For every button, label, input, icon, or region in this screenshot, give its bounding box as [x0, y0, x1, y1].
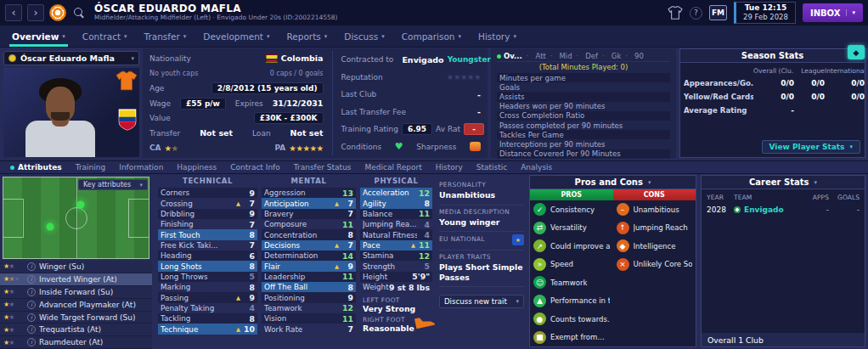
inbox-button[interactable]: INBOX ▾ [803, 3, 863, 22]
tab-label: History [436, 163, 463, 172]
stat-label: Tackles Per Game [499, 131, 564, 139]
pros-cons-title[interactable]: Pros and Cons ▾ [530, 176, 696, 189]
training-icon: ▲ [533, 295, 546, 307]
club-crest-icon[interactable] [49, 4, 66, 21]
minutes-tab-90[interactable]: 90 [621, 52, 644, 60]
contracted-club[interactable]: Envigado [402, 55, 443, 65]
role-advanced-playmaker-at[interactable]: ★★iAdvanced Playmaker (At) [0, 299, 152, 312]
team-kit-icon[interactable] [116, 70, 138, 91]
pro-item-counts-towards[interactable]: ●Counts towards... [530, 310, 613, 329]
pro-item-consistency[interactable]: ✓Consistency [530, 200, 613, 219]
main-tab-development[interactable]: Development▾ [194, 25, 278, 47]
tab-label: History [478, 31, 510, 42]
minutes-list: Minutes per gameGoalsAssistsHeaders won … [497, 73, 670, 159]
wage-value[interactable]: £55 p/w [180, 98, 226, 110]
main-tab-contract[interactable]: Contract▾ [74, 25, 136, 47]
pro-item-speed[interactable]: »Speed [530, 256, 613, 274]
con-item-unlikely-core-social[interactable]: ×Unlikely Core Social... [613, 256, 696, 274]
attribute-name: Balance [363, 210, 417, 218]
attribute-name: Free Kick Taki... [161, 241, 242, 250]
loan-status-value[interactable]: Not set [290, 128, 324, 138]
career-team[interactable]: Envigado [734, 205, 805, 214]
main-tab-history[interactable]: History▾ [470, 25, 525, 47]
discuss-new-trait-dropdown[interactable]: Discuss new trait ▾ [439, 295, 524, 308]
attr-agility: Agility8 [360, 198, 432, 208]
national-crest-icon[interactable] [118, 109, 137, 131]
con-item-intelligence[interactable]: ◆Intelligence [613, 237, 696, 256]
sub-tab-analysis[interactable]: Analysis [514, 163, 559, 172]
back-button[interactable]: ‹ [5, 4, 22, 21]
date-time-widget[interactable]: Tue 12:15 29 Feb 2028 [734, 2, 796, 24]
age-value[interactable]: 2/8/2012 (15 years old) [211, 82, 324, 94]
attribute-change-icon: ▲ [236, 326, 240, 333]
help-icon[interactable]: ? [690, 7, 702, 20]
pro-item-versatility[interactable]: ⇄Versatility [530, 219, 613, 238]
attribute-value: 4 [242, 303, 255, 312]
main-tab-comparison[interactable]: Comparison▾ [393, 25, 470, 47]
half-star-icon: ★ [8, 275, 14, 283]
position-dot [76, 201, 84, 209]
attribute-value: 9 st 8 lbs [389, 283, 430, 292]
pro-item-teamwork[interactable]: ☺Teamwork [530, 273, 613, 292]
attribute-name: Off The Ball [264, 283, 341, 291]
forward-button[interactable]: › [27, 4, 44, 21]
kit-icon[interactable] [668, 6, 683, 20]
con-item-jumping-reach[interactable]: ↑Jumping Reach [613, 219, 696, 238]
search-icon[interactable] [73, 7, 86, 20]
role-name: Wide Target Forward (Su) [39, 313, 136, 322]
chevron-down-icon: ▾ [62, 33, 65, 40]
chevron-down-icon: ▾ [814, 179, 817, 186]
sub-tab-happiness[interactable]: Happiness [170, 163, 223, 172]
sub-tab-attributes[interactable]: Attributes [3, 163, 69, 172]
sub-tab-history[interactable]: History [429, 163, 470, 172]
attribute-name: Penalty Taking [161, 304, 242, 312]
minutes-tab-gk[interactable]: Gk [598, 52, 621, 60]
sub-tab-transfer-status[interactable]: Transfer Status [287, 163, 358, 172]
key-attributes-dropdown[interactable]: Key attributes ▾ [78, 179, 148, 190]
minutes-tab-def[interactable]: Def [572, 52, 598, 60]
career-stats-title[interactable]: Career Stats ▾ [702, 176, 865, 189]
assistant-icon[interactable]: ◆ [848, 45, 865, 59]
sub-tab-information[interactable]: Information [112, 163, 170, 172]
attr-penalty-taking: Penalty Taking4 [158, 303, 257, 313]
career-row[interactable]: 2028Envigado-- [702, 203, 865, 216]
role-raumdeuter-at[interactable]: ★★iRaumdeuter (At) [0, 336, 152, 349]
role-trequartista-at[interactable]: ★★iTrequartista (At) [0, 324, 152, 336]
chevron-down-icon: ▾ [846, 9, 855, 16]
view-player-stats-button[interactable]: View Player Stats ▾ [762, 140, 861, 154]
main-tab-discuss[interactable]: Discuss▾ [335, 25, 392, 47]
player-selector-dropdown[interactable]: Óscar Eduardo Mafla ▾ [3, 51, 139, 65]
con-item-unambitious[interactable]: –Unambitious [613, 200, 696, 219]
attr-work-rate: Work Rate7 [262, 324, 356, 334]
role-wide-target-forward-su[interactable]: ★★iWide Target Forward (Su) [0, 312, 152, 324]
value-value[interactable]: £30K - £300K [254, 112, 324, 124]
minutes-tab-ov[interactable]: Ov... [497, 52, 522, 60]
role-winger-su[interactable]: ★★iWinger (Su) [0, 261, 152, 273]
sub-tab-training[interactable]: Training [69, 163, 113, 172]
main-tab-transfer[interactable]: Transfer▾ [136, 25, 195, 47]
role-inside-forward-su[interactable]: ★★iInside Forward (Su) [0, 286, 152, 299]
attribute-value: 5 [417, 262, 430, 271]
attr-vision: Vision11 [262, 313, 356, 324]
transfer-status-value[interactable]: Not set [200, 128, 233, 138]
player-trait-value[interactable]: Plays Short Simple Passes [439, 262, 524, 282]
youngster-tag[interactable]: Youngster [448, 55, 491, 64]
sub-tab-statistic[interactable]: Statistic [470, 163, 514, 172]
career-column-header: GOALS [829, 194, 860, 201]
personality-value[interactable]: Unambitious [439, 190, 524, 200]
tab-label: Overview [12, 31, 59, 42]
role-inverted-winger-at[interactable]: ★★★iInverted Winger (At) [0, 273, 152, 286]
pro-item-could-improve-a-lot[interactable]: ↗Could improve a lot [530, 237, 613, 256]
attribute-name: Agility [363, 200, 417, 208]
minutes-tab-att[interactable]: Att [522, 52, 546, 60]
main-tab-overview[interactable]: Overview▾ [3, 25, 74, 47]
main-tab-reports[interactable]: Reports▾ [279, 25, 336, 47]
pro-item-exempt-from[interactable]: ■Exempt from... [530, 329, 613, 347]
sub-tab-contract-info[interactable]: Contract Info [223, 163, 287, 172]
sub-tab-bar: AttributesTrainingInformationHappinessCo… [0, 160, 868, 174]
attribute-name: Anticipation [264, 200, 335, 208]
minutes-tab-mid[interactable]: Mid [546, 52, 572, 60]
sub-tab-medical-report[interactable]: Medical Report [358, 163, 429, 172]
pro-item-performance-in-training[interactable]: ▲Performance in training [530, 292, 613, 311]
attribute-name: Heading [161, 251, 242, 260]
